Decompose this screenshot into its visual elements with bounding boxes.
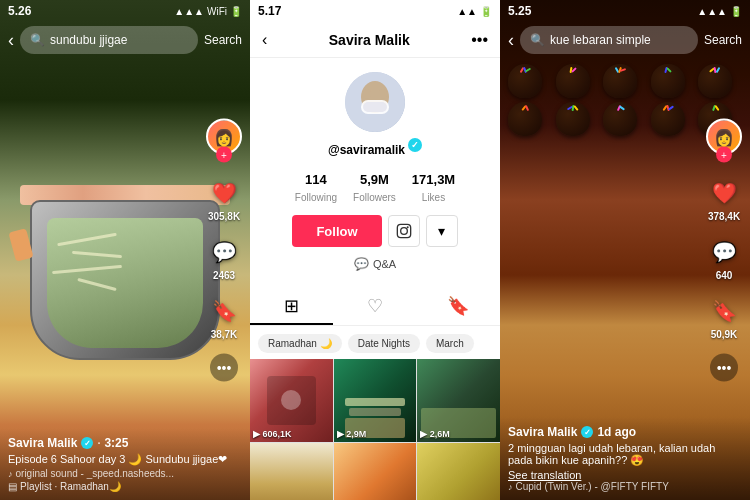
status-icons: ▲▲▲ WiFi 🔋 — [174, 6, 242, 17]
sprinkle — [714, 105, 719, 111]
following-label: Following — [295, 192, 337, 203]
chip-date-nights[interactable]: Date Nights — [348, 334, 420, 353]
sprinkle — [716, 67, 721, 73]
bookmark-icon[interactable]: 🔖 — [208, 295, 240, 327]
heart-icon[interactable]: ❤️ — [208, 177, 240, 209]
panel-chocolate-video: 5.25 ▲▲▲ 🔋 ‹ 🔍 kue lebaran simple Search… — [500, 0, 750, 500]
svg-rect-6 — [397, 224, 410, 237]
action-panel: 👩 + ❤️ 305,8K 💬 2463 🔖 38,7K ••• — [206, 119, 242, 382]
profile-actions: Follow ▾ — [262, 215, 488, 247]
see-translation-button[interactable]: See translation — [508, 469, 742, 481]
more-options-button[interactable]: ••• — [210, 354, 238, 382]
comment-icon[interactable]: 💬 — [208, 236, 240, 268]
chocolate-cup-9 — [651, 102, 685, 136]
panel3-search-bar: ‹ 🔍 kue lebaran simple Search — [500, 22, 750, 58]
profile-status-bar: 5.17 ▲▲ 🔋 — [250, 0, 500, 22]
chocolate-cup-7 — [556, 102, 590, 136]
stat-likes: 171,3M Likes — [412, 172, 455, 205]
sprinkle — [666, 67, 672, 73]
svg-point-7 — [400, 228, 407, 235]
svg-point-5 — [378, 89, 388, 99]
panel3-heart-icon[interactable]: ❤️ — [708, 177, 740, 209]
wifi-icon: WiFi — [207, 6, 227, 17]
grid-item-2[interactable]: ▶ 2,9M — [334, 359, 417, 442]
grid-item-3[interactable]: ▶ 2,6M — [417, 359, 500, 442]
search-bar: ‹ 🔍 sundubu jjigae Search — [0, 22, 250, 58]
panel3-more-options-button[interactable]: ••• — [710, 354, 738, 382]
playlist-info: ▤ Playlist · Ramadhan🌙 — [8, 481, 242, 492]
panel3-bookmark-icon[interactable]: 🔖 — [708, 295, 740, 327]
search-button[interactable]: Search — [204, 33, 242, 47]
noodle — [57, 233, 117, 246]
instagram-icon — [396, 223, 412, 239]
noodle — [72, 251, 122, 258]
panel3-like-count: 378,4K — [708, 211, 740, 222]
profile-more-action-button[interactable]: ▾ — [426, 215, 458, 247]
back-arrow-icon[interactable]: ‹ — [8, 30, 14, 51]
grid-item-4[interactable]: ▶ 5,8M — [250, 443, 333, 500]
follow-plus-icon[interactable]: + — [216, 147, 232, 163]
qa-label: Q&A — [373, 258, 396, 270]
panel3-sound-info: ♪ Cupid (Twin Ver.) - @FIFTY FIFTY — [508, 481, 742, 492]
tab-videos[interactable]: ⊞ — [250, 289, 333, 325]
followers-count: 5,9M — [353, 172, 396, 187]
tab-liked[interactable]: ♡ — [333, 289, 416, 325]
panel3-comment-count: 640 — [716, 270, 733, 281]
profile-handle: @saviramalik ✓ — [328, 138, 422, 162]
pot-decoration — [20, 140, 230, 360]
pot-contents — [47, 218, 203, 348]
playlist-chips: Ramadhan 🌙 Date Nights March — [250, 328, 500, 359]
panel3-comment-group: 💬 640 — [708, 236, 740, 281]
panel3-search-input-box[interactable]: 🔍 kue lebaran simple — [520, 26, 698, 54]
handle-text: @saviramalik — [328, 143, 405, 157]
profile-signal-icon: ▲▲ — [457, 6, 477, 17]
panel3-back-arrow-icon[interactable]: ‹ — [508, 30, 514, 51]
panel3-comment-icon[interactable]: 💬 — [708, 236, 740, 268]
tab-saved[interactable]: 🔖 — [417, 289, 500, 325]
panel3-creator-name-text[interactable]: Savira Malik — [508, 425, 577, 439]
panel3-follow-plus-icon[interactable]: + — [716, 147, 732, 163]
video-duration: · — [97, 437, 100, 449]
grid-item-6[interactable] — [417, 443, 500, 500]
panel3-sound-name: Cupid (Twin Ver.) - @FIFTY FIFTY — [516, 481, 669, 492]
panel3-signal-icon: ▲▲▲ — [697, 6, 727, 17]
profile-more-button[interactable]: ••• — [471, 31, 488, 49]
chip-ramadhan[interactable]: Ramadhan 🌙 — [258, 334, 342, 353]
grid-item-5[interactable] — [334, 443, 417, 500]
panel-cooking-video: 5.26 ▲▲▲ WiFi 🔋 ‹ 🔍 sundubu jjigae Searc… — [0, 0, 250, 500]
panel3-avatar-container: 👩 + — [706, 119, 742, 163]
noodle — [52, 265, 122, 274]
video-grid: ▶ 606,1K ▶ 2,9M ▶ 2,6M ▶ 5,8M — [250, 359, 500, 500]
grid-view-count-2: ▶ 2,9M — [337, 429, 367, 439]
panel3-creator-name-row: Savira Malik ✓ 1d ago — [508, 425, 742, 439]
qa-section[interactable]: 💬 Q&A — [354, 257, 396, 271]
avatar-image — [345, 72, 405, 132]
panel3-search-icon: 🔍 — [530, 33, 545, 47]
panel-profile: 5.17 ▲▲ 🔋 ‹ Savira Malik ••• — [250, 0, 500, 500]
search-query-text: sundubu jjigae — [50, 33, 127, 47]
panel3-search-button[interactable]: Search — [704, 33, 742, 47]
like-count: 305,8K — [208, 211, 240, 222]
panel3-status-bar: 5.25 ▲▲▲ 🔋 — [500, 0, 750, 22]
instagram-button[interactable] — [388, 215, 420, 247]
profile-back-button[interactable]: ‹ — [262, 31, 267, 49]
creator-name-row: Savira Malik ✓ · 3:25 — [8, 436, 242, 450]
chocolate-cup-6 — [508, 102, 542, 136]
chocolate-cup-8 — [603, 102, 637, 136]
sound-name: original sound - _speed.nasheeds... — [16, 468, 174, 479]
comment-count: 2463 — [213, 270, 235, 281]
profile-stats: 114 Following 5,9M Followers 171,3M Like… — [295, 172, 455, 205]
video-info: Savira Malik ✓ · 3:25 Episode 6 Sahoor d… — [0, 428, 250, 500]
chip-march[interactable]: March — [426, 334, 474, 353]
grid-item-1[interactable]: ▶ 606,1K — [250, 359, 333, 442]
likes-label: Likes — [422, 192, 445, 203]
chocolate-cup-1 — [508, 64, 542, 98]
creator-name-text[interactable]: Savira Malik — [8, 436, 77, 450]
search-input-box[interactable]: 🔍 sundubu jjigae — [20, 26, 198, 54]
panel3-time-ago: 1d ago — [597, 425, 636, 439]
follow-button[interactable]: Follow — [292, 215, 381, 247]
profile-avatar — [345, 72, 405, 132]
profile-tabs: ⊞ ♡ 🔖 — [250, 289, 500, 326]
panel3-status-icons: ▲▲▲ 🔋 — [697, 6, 742, 17]
svg-point-8 — [406, 226, 408, 228]
